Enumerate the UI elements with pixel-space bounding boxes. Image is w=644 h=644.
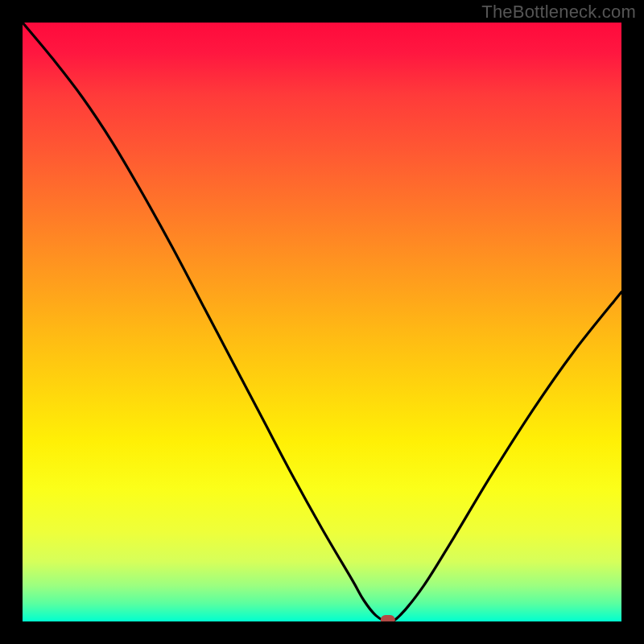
bottleneck-curve <box>23 23 621 621</box>
minimum-marker <box>381 615 395 621</box>
watermark-text: TheBottleneck.com <box>481 2 636 23</box>
plot-area <box>23 23 621 621</box>
curve-path <box>23 23 621 621</box>
chart-frame: TheBottleneck.com <box>0 0 644 644</box>
